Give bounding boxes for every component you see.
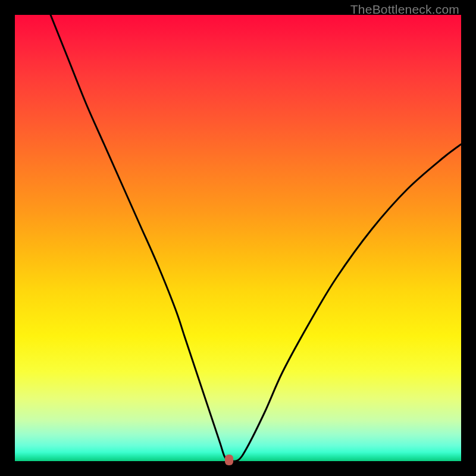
bottleneck-curve — [51, 15, 461, 461]
curve-svg — [15, 15, 461, 461]
plot-area — [15, 15, 461, 461]
chart-frame: TheBottleneck.com — [0, 0, 476, 476]
minimum-marker — [225, 455, 233, 465]
